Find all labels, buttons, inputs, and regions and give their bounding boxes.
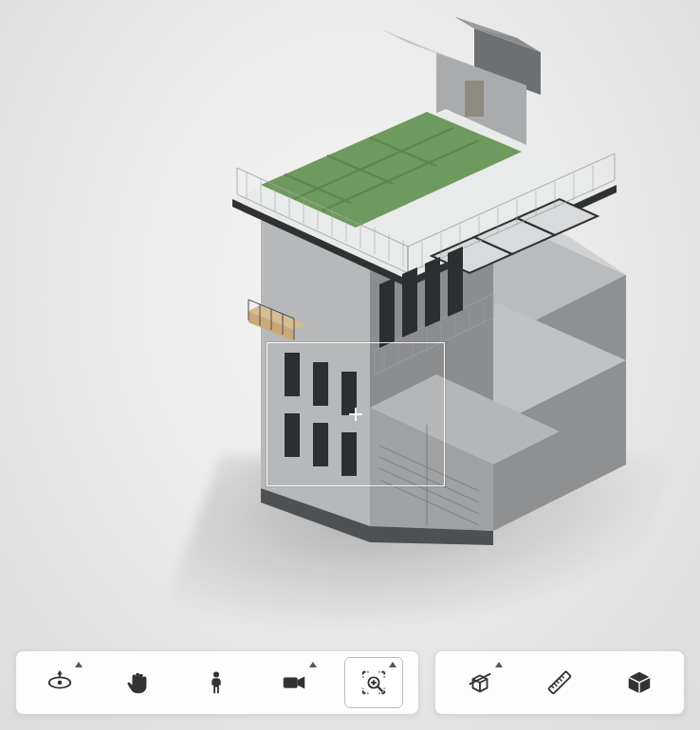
viewer-toolbar-row [15, 650, 685, 715]
svg-rect-14 [465, 81, 484, 117]
svg-rect-62 [341, 432, 357, 476]
svg-point-82 [58, 681, 63, 685]
svg-line-99 [559, 678, 562, 681]
svg-marker-66 [448, 246, 463, 317]
3d-viewport[interactable] [0, 0, 700, 730]
zoom-region-button[interactable] [344, 657, 403, 708]
svg-line-98 [557, 681, 560, 684]
measure-button[interactable] [531, 658, 588, 707]
svg-marker-87 [298, 676, 305, 688]
zoom-region-icon [359, 668, 388, 697]
flyout-caret-icon [495, 662, 503, 667]
svg-marker-64 [402, 267, 417, 338]
svg-rect-57 [285, 353, 300, 396]
person-icon [202, 668, 230, 697]
navigation-toolbar [15, 650, 419, 715]
svg-marker-84 [57, 670, 63, 675]
flyout-caret-icon [309, 662, 317, 667]
svg-marker-63 [379, 278, 395, 348]
svg-rect-95 [548, 671, 571, 694]
svg-line-100 [562, 676, 564, 679]
first-person-button[interactable] [188, 658, 245, 707]
model-browser-button[interactable] [611, 658, 668, 707]
svg-line-89 [378, 686, 382, 691]
svg-line-97 [554, 684, 557, 686]
flyout-caret-icon [389, 662, 396, 667]
orbit-button[interactable] [31, 658, 88, 707]
svg-marker-65 [425, 257, 440, 327]
tools-toolbar [434, 650, 685, 715]
svg-rect-86 [284, 677, 298, 687]
flyout-caret-icon [75, 662, 83, 667]
svg-rect-61 [313, 423, 328, 466]
orbit-icon [46, 668, 74, 697]
pan-button[interactable] [110, 658, 167, 707]
svg-rect-58 [313, 362, 328, 406]
camera-button[interactable] [266, 658, 322, 707]
section-box-icon [466, 668, 494, 697]
svg-point-85 [213, 672, 219, 678]
model-scene [0, 0, 700, 730]
svg-line-96 [551, 685, 554, 688]
svg-rect-60 [285, 413, 300, 457]
svg-rect-59 [341, 372, 357, 415]
section-button[interactable] [451, 658, 508, 707]
ruler-icon [545, 668, 574, 697]
hand-icon [124, 668, 153, 697]
building-model [0, 0, 700, 730]
camera-icon [280, 668, 308, 697]
cube-icon [625, 668, 654, 697]
